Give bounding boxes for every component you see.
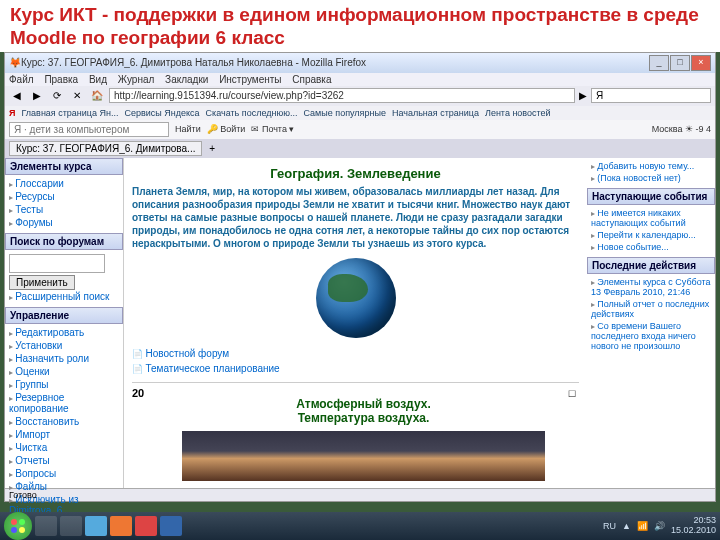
right-sidebar: Добавить новую тему... (Пока новостей не… (587, 158, 715, 488)
bookmark-item[interactable]: Начальная страница (392, 108, 479, 118)
network-icon[interactable]: 📶 (637, 521, 648, 531)
new-tab-button[interactable]: + (205, 143, 219, 154)
clock-date[interactable]: 15.02.2010 (671, 526, 716, 536)
menu-bar: Файл Правка Вид Журнал Закладки Инструме… (5, 73, 715, 86)
minimize-button[interactable]: _ (649, 55, 669, 71)
menu-edit[interactable]: Правка (44, 74, 78, 85)
browser-window: 🦊 Курс: 37. ГЕОГРАФИЯ_6. Димитрова Натал… (4, 52, 716, 502)
sidebar-link[interactable]: Группы (9, 378, 119, 391)
sidebar-link[interactable]: Ресурсы (9, 190, 119, 203)
sidebar-link[interactable]: Восстановить (9, 415, 119, 428)
new-event-link[interactable]: Новое событие... (591, 241, 711, 253)
no-news-text: (Пока новостей нет) (591, 172, 711, 184)
svg-point-1 (19, 519, 25, 525)
svg-point-0 (11, 519, 17, 525)
sidebar-link[interactable]: Оценки (9, 365, 119, 378)
bookmark-item[interactable]: Самые популярные (303, 108, 385, 118)
block-header-recent: Последние действия (587, 257, 715, 274)
window-titlebar: 🦊 Курс: 37. ГЕОГРАФИЯ_6. Димитрова Натал… (5, 53, 715, 73)
calendar-link[interactable]: Перейти к календарю... (591, 229, 711, 241)
volume-icon[interactable]: 🔊 (654, 521, 665, 531)
menu-bookmarks[interactable]: Закладки (165, 74, 208, 85)
svg-point-2 (11, 527, 17, 533)
sidebar-link[interactable]: Импорт (9, 428, 119, 441)
yandex-bar: Найти 🔑 Войти ✉ Почта ▾ Москва ☀ -9 4 (5, 120, 715, 139)
forum-link[interactable]: Новостной форум (132, 346, 579, 361)
sidebar-link[interactable]: Форумы (9, 216, 119, 229)
mail-link[interactable]: ✉ Почта ▾ (251, 124, 294, 134)
go-icon[interactable]: ▶ (579, 90, 587, 101)
url-bar[interactable]: http://learning.9151394.ru/course/view.p… (109, 88, 575, 103)
taskbar-app[interactable] (110, 516, 132, 536)
forum-search-input[interactable] (9, 254, 105, 273)
full-report-link[interactable]: Полный отчет о последних действиях (591, 298, 711, 320)
tray-icon[interactable]: ▲ (622, 521, 631, 531)
nothing-new-text: Со времени Вашего последнего входа ничег… (591, 320, 711, 352)
planning-link[interactable]: Тематическое планирование (132, 361, 579, 376)
close-button[interactable]: × (691, 55, 711, 71)
search-apply-button[interactable]: Применить (9, 275, 75, 290)
menu-view[interactable]: Вид (89, 74, 107, 85)
course-intro: Планета Земля, мир, на котором мы живем,… (132, 185, 579, 250)
taskbar-app[interactable] (135, 516, 157, 536)
topic-toggle-icon[interactable]: □ (565, 387, 579, 481)
login-link[interactable]: 🔑 Войти (207, 124, 246, 134)
menu-help[interactable]: Справка (292, 74, 331, 85)
menu-file[interactable]: Файл (9, 74, 34, 85)
block-header-elements: Элементы курса (5, 158, 123, 175)
course-title: География. Землеведение (132, 166, 579, 181)
block-header-admin: Управление (5, 307, 123, 324)
tab-bar: Курс: 37. ГЕОГРАФИЯ_6. Димитрова... + (5, 139, 715, 158)
sidebar-link[interactable]: Тесты (9, 203, 119, 216)
bookmarks-bar: Я Главная страница Ян... Сервисы Яндекса… (5, 106, 715, 120)
add-topic-link[interactable]: Добавить новую тему... (591, 160, 711, 172)
sidebar-link[interactable]: Резервное копирование (9, 391, 119, 415)
yandex-icon[interactable]: Я (9, 108, 15, 118)
taskbar-app[interactable] (35, 516, 57, 536)
firefox-icon: 🦊 (9, 57, 21, 68)
maximize-button[interactable]: □ (670, 55, 690, 71)
topic-number: 20 (132, 387, 162, 481)
forward-icon[interactable]: ▶ (29, 88, 45, 104)
sidebar-link[interactable]: Вопросы (9, 467, 119, 480)
sidebar-link[interactable]: Отчеты (9, 454, 119, 467)
taskbar-app[interactable] (160, 516, 182, 536)
find-button[interactable]: Найти (175, 124, 201, 134)
browser-tab[interactable]: Курс: 37. ГЕОГРАФИЯ_6. Димитрова... (9, 141, 202, 156)
bookmark-item[interactable]: Скачать последнюю... (206, 108, 298, 118)
recent-since-text: Элементы курса с Суббота 13 Февраль 2010… (591, 276, 711, 298)
stop-icon[interactable]: ✕ (69, 88, 85, 104)
sidebar-link[interactable]: Чистка (9, 441, 119, 454)
taskbar-app[interactable] (85, 516, 107, 536)
menu-tools[interactable]: Инструменты (219, 74, 281, 85)
lang-indicator[interactable]: RU (603, 521, 616, 531)
sky-image (182, 431, 545, 481)
search-box[interactable]: Я (591, 88, 711, 103)
reload-icon[interactable]: ⟳ (49, 88, 65, 104)
advanced-search-link[interactable]: Расширенный поиск (9, 290, 119, 303)
yandex-search-input[interactable] (9, 122, 169, 137)
back-icon[interactable]: ◀ (9, 88, 25, 104)
topic-title-2: Температура воздуха. (162, 411, 565, 425)
taskbar: RU ▲ 📶 🔊 20:53 15.02.2010 (0, 512, 720, 540)
globe-image (316, 258, 396, 338)
main-content: География. Землеведение Планета Земля, м… (124, 158, 587, 488)
windows-icon (10, 518, 26, 534)
menu-history[interactable]: Журнал (118, 74, 155, 85)
bookmark-item[interactable]: Сервисы Яндекса (125, 108, 200, 118)
window-title: Курс: 37. ГЕОГРАФИЯ_6. Димитрова Наталья… (21, 57, 366, 68)
bookmark-item[interactable]: Главная страница Ян... (21, 108, 118, 118)
left-sidebar: Элементы курса Глоссарии Ресурсы Тесты Ф… (5, 158, 124, 488)
bookmark-item[interactable]: Лента новостей (485, 108, 551, 118)
sidebar-link[interactable]: Редактировать (9, 326, 119, 339)
topic-title-1: Атмосферный воздух. (162, 397, 565, 411)
taskbar-app[interactable] (60, 516, 82, 536)
svg-point-3 (19, 527, 25, 533)
home-icon[interactable]: 🏠 (89, 88, 105, 104)
sidebar-link[interactable]: Установки (9, 339, 119, 352)
slide-title: Курс ИКТ - поддержки в едином информацио… (0, 0, 720, 52)
weather-widget[interactable]: Москва ☀ -9 4 (652, 124, 711, 134)
start-button[interactable] (4, 512, 32, 540)
sidebar-link[interactable]: Назначить роли (9, 352, 119, 365)
sidebar-link[interactable]: Глоссарии (9, 177, 119, 190)
